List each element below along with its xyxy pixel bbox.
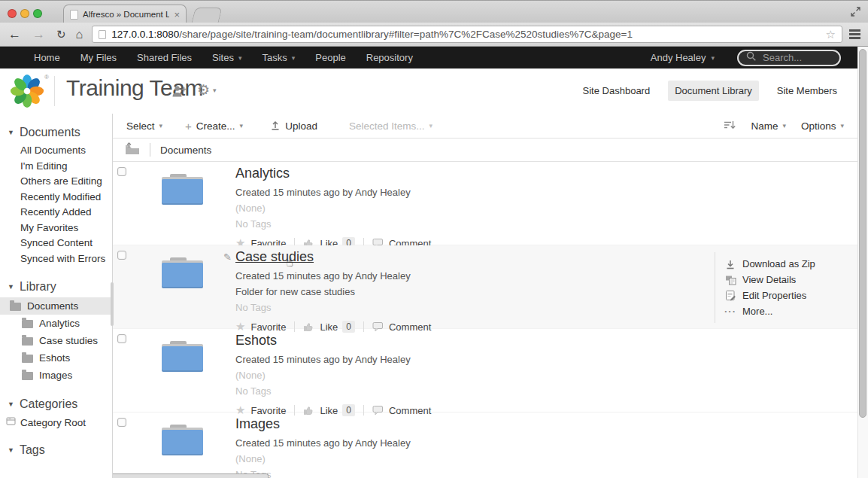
sidebar-section-documents[interactable]: ▼ Documents <box>8 126 112 139</box>
site-settings-menu[interactable]: ⚙ ▾ <box>197 81 217 99</box>
description-text: (None) <box>235 370 431 381</box>
sidebar-item-im-editing[interactable]: I'm Editing <box>0 159 112 175</box>
search-input[interactable] <box>763 52 827 63</box>
sidebar-item-synced-content[interactable]: Synced Content <box>0 236 112 251</box>
url-host: 127.0.0.1:8080 <box>111 29 179 40</box>
row-checkbox[interactable] <box>117 334 126 343</box>
sidebar-item-recently-added[interactable]: Recently Added <box>0 205 112 221</box>
action-download-as-zip[interactable]: Download as Zip <box>724 258 857 269</box>
folder-row-case-studies[interactable]: ✎ Case studies Created 15 minutes ago by… <box>113 245 857 329</box>
folder-icon[interactable] <box>162 341 203 372</box>
rename-pencil-icon[interactable]: ✎ <box>223 251 232 263</box>
created-by-text: Created 15 minutes ago by Andy Healey <box>235 437 411 449</box>
twisty-down-icon[interactable]: ▼ <box>8 129 14 136</box>
bookmark-star-icon[interactable]: ☆ <box>826 28 836 41</box>
row-checkbox[interactable] <box>117 251 126 260</box>
status-bubble <box>113 473 269 478</box>
fullscreen-icon[interactable] <box>850 6 861 20</box>
search-box[interactable] <box>737 50 841 66</box>
sidebar-section-categories[interactable]: ▼ Categories <box>8 397 112 411</box>
nav-item-tasks[interactable]: Tasks▾ <box>263 52 296 63</box>
nav-item-shared-files[interactable]: Shared Files <box>137 52 192 63</box>
sort-field-button[interactable]: Name ▾ <box>751 120 786 132</box>
url-text[interactable]: 127.0.0.1:8080/share/page/site/training-… <box>111 29 820 40</box>
sidebar-item-my-favorites[interactable]: My Favorites <box>0 221 112 236</box>
forward-button[interactable]: → <box>32 28 45 41</box>
browser-menu-icon[interactable] <box>849 29 860 32</box>
invite-user-icon[interactable] <box>171 85 188 101</box>
breadcrumb: Documents <box>113 139 857 162</box>
tree-node-eshots[interactable]: Eshots <box>0 349 112 367</box>
tab-document-library[interactable]: Document Library <box>668 81 759 101</box>
action-view-details[interactable]: View Details <box>724 274 857 285</box>
tree-node-images[interactable]: Images <box>0 367 112 384</box>
selected-items-button: Selected Items... ▾ <box>349 120 432 132</box>
chevron-down-icon: ▾ <box>840 122 844 129</box>
folder-icon <box>22 337 33 346</box>
nav-item-people[interactable]: People <box>315 52 345 63</box>
folder-icon[interactable] <box>162 174 203 205</box>
refresh-button[interactable]: ↻ <box>56 29 66 40</box>
nav-item-sites[interactable]: Sites▾ <box>212 52 241 63</box>
twisty-down-icon[interactable]: ▼ <box>8 283 14 291</box>
scrollbar-thumb[interactable] <box>859 49 866 418</box>
sidebar-item-all-documents[interactable]: All Documents <box>0 143 112 159</box>
tree-node-category-root[interactable]: Category Root <box>0 415 112 430</box>
screen: Alfresco » Document Libra × ← → ↻ ⌂ 127.… <box>0 0 868 478</box>
home-button[interactable]: ⌂ <box>76 29 83 41</box>
back-button[interactable]: ← <box>8 28 21 41</box>
action-more[interactable]: ··· More... <box>724 306 857 317</box>
tree-node-documents-selected[interactable]: Documents <box>0 297 112 315</box>
url-bar[interactable]: 127.0.0.1:8080/share/page/site/training-… <box>92 26 842 43</box>
chevron-down-icon: ▾ <box>711 54 715 62</box>
new-tab-button[interactable] <box>191 8 222 23</box>
folder-icon[interactable] <box>162 257 203 288</box>
folder-name-link[interactable]: Case studies <box>235 249 314 265</box>
upload-button[interactable]: Upload <box>270 120 317 132</box>
user-menu[interactable]: Andy Healey ▾ <box>651 52 715 63</box>
tab-site-dashboard[interactable]: Site Dashboard <box>576 81 657 101</box>
window-close-button[interactable] <box>8 9 17 18</box>
tree-node-case-studies[interactable]: Case studies <box>0 332 112 349</box>
create-button[interactable]: + Create... ▾ <box>185 120 243 132</box>
row-checkbox[interactable] <box>117 167 126 176</box>
sidebar-item-recently-modified[interactable]: Recently Modified <box>0 190 112 206</box>
tree-node-analytics[interactable]: Analytics <box>0 315 112 332</box>
nav-item-repository[interactable]: Repository <box>366 52 413 63</box>
row-checkbox[interactable] <box>117 418 126 427</box>
options-button[interactable]: Options ▾ <box>801 120 844 132</box>
folder-up-icon[interactable] <box>125 142 140 158</box>
folder-icon[interactable] <box>162 425 203 455</box>
folder-name-link[interactable]: Analytics <box>235 166 290 181</box>
sidebar-item-synced-with-errors[interactable]: Synced with Errors <box>0 251 112 267</box>
nav-item-home[interactable]: Home <box>34 52 60 63</box>
sidebar-resize-handle[interactable] <box>111 282 114 326</box>
folder-icon <box>22 372 33 380</box>
page-scrollbar[interactable] <box>857 47 868 478</box>
breadcrumb-current[interactable]: Documents <box>160 145 211 156</box>
sort-direction-icon[interactable] <box>724 120 736 132</box>
twisty-down-icon[interactable]: ▼ <box>8 446 14 454</box>
folder-name-link[interactable]: Images <box>235 416 280 432</box>
nav-item-my-files[interactable]: My Files <box>80 52 117 63</box>
action-edit-properties[interactable]: Edit Properties <box>724 290 857 301</box>
window-zoom-button[interactable] <box>33 9 42 18</box>
window-minimize-button[interactable] <box>20 9 29 18</box>
twisty-down-icon[interactable]: ▼ <box>8 400 14 408</box>
folder-row-eshots[interactable]: Eshots Created 15 minutes ago by Andy He… <box>113 329 857 413</box>
tab-site-members[interactable]: Site Members <box>770 81 844 101</box>
category-icon <box>6 416 16 428</box>
folder-row-analytics[interactable]: Analytics Created 15 minutes ago by Andy… <box>113 162 857 245</box>
select-button[interactable]: Select ▾ <box>126 120 162 132</box>
sidebar-item-others-are-editing[interactable]: Others are Editing <box>0 174 112 190</box>
alfresco-logo[interactable] <box>10 74 44 111</box>
folder-name-link[interactable]: Eshots <box>235 333 277 349</box>
tab-close-icon[interactable]: × <box>174 10 180 20</box>
browser-tab[interactable]: Alfresco » Document Libra × <box>63 5 187 23</box>
folder-row-images[interactable]: Images Created 15 minutes ago by Andy He… <box>113 413 857 478</box>
created-by-text: Created 15 minutes ago by Andy Healey <box>235 270 431 282</box>
sidebar-section-tags[interactable]: ▼ Tags <box>8 443 112 457</box>
app-nav-bar: Home My Files Shared Files Sites▾ Tasks▾… <box>0 47 857 69</box>
sidebar-section-library[interactable]: ▼ Library <box>8 280 112 294</box>
tab-favicon <box>70 10 78 20</box>
